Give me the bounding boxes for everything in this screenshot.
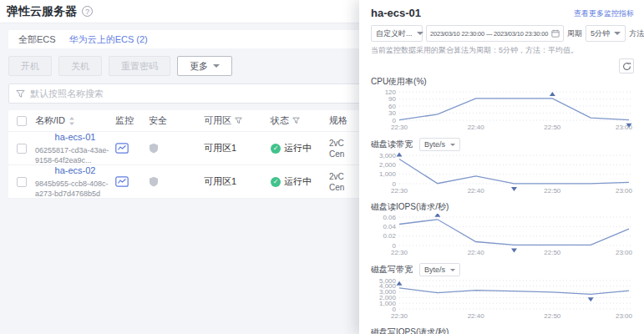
chart-unit-select[interactable]: Byte/s bbox=[419, 263, 460, 276]
col-security: 安全 bbox=[149, 114, 167, 127]
filter-icon bbox=[16, 89, 25, 99]
min-marker-icon bbox=[588, 297, 594, 301]
az-filter-icon[interactable] bbox=[235, 117, 242, 124]
row-checkbox[interactable] bbox=[17, 177, 27, 187]
monitoring-icon[interactable] bbox=[115, 176, 129, 187]
spec-line1: 2vC bbox=[329, 171, 344, 182]
chart-controls: 自定义时... 2023/03/10 22:30:00 — 2023/03/10… bbox=[371, 25, 634, 42]
help-icon[interactable]: ? bbox=[82, 6, 93, 17]
status-running-icon: ✓ bbox=[271, 177, 281, 187]
max-marker-icon bbox=[397, 281, 403, 286]
chart-block-0: CPU使用率(%)120906030022:3022:4022:5023:00 bbox=[371, 76, 634, 135]
server-name-link[interactable]: ha-ecs-02 bbox=[55, 164, 96, 176]
chart-plot: 120906030022:3022:4022:5023:00 bbox=[371, 89, 634, 132]
period-select[interactable]: 5分钟 bbox=[586, 25, 626, 42]
svg-text:22:50: 22:50 bbox=[544, 124, 561, 131]
drawer-title: ha-ecs-01 bbox=[371, 7, 421, 19]
period-value: 5分钟 bbox=[591, 28, 610, 39]
server-id: 06255817-cd3a-43ae-9158-64f2ea9c... bbox=[35, 146, 115, 165]
shield-icon[interactable] bbox=[149, 143, 159, 154]
time-mode-value: 自定义时... bbox=[376, 28, 413, 39]
svg-text:22:50: 22:50 bbox=[544, 187, 561, 195]
server-name-link[interactable]: ha-ecs-01 bbox=[55, 131, 96, 143]
status-text: 运行中 bbox=[284, 175, 312, 188]
chart-block-4: 磁盘写IOPS(请求/秒)0.80.60.40.2022:3022:4022:5… bbox=[371, 326, 634, 334]
tab-all-ecs[interactable]: 全部ECS bbox=[18, 33, 56, 46]
refresh-button[interactable] bbox=[619, 58, 634, 73]
svg-text:22:30: 22:30 bbox=[391, 187, 408, 195]
power-on-button[interactable]: 开机 bbox=[8, 56, 52, 76]
chart-title: CPU使用率(%) bbox=[371, 76, 427, 88]
chart-block-1: 磁盘读带宽Byte/s3,0002,0001,000022:3022:4022:… bbox=[371, 138, 634, 199]
col-name-id: 名称/ID bbox=[35, 114, 65, 127]
svg-text:22:30: 22:30 bbox=[391, 312, 408, 320]
max-marker-icon bbox=[397, 153, 403, 157]
max-marker-icon bbox=[434, 214, 440, 217]
server-id: 9845b955-ccb8-408c-a273-bd7d4768b5d bbox=[35, 180, 115, 199]
chevron-down-icon bbox=[417, 32, 423, 35]
status-text: 运行中 bbox=[284, 142, 312, 154]
more-metrics-link[interactable]: 查看更多监控指标 bbox=[574, 8, 634, 19]
sort-icon[interactable] bbox=[68, 117, 75, 125]
svg-text:1,000: 1,000 bbox=[379, 170, 397, 178]
chart-unit-select[interactable]: Byte/s bbox=[419, 138, 460, 151]
charts-area: CPU使用率(%)120906030022:3022:4022:5023:00磁… bbox=[371, 76, 634, 334]
spec-line1: 2vC bbox=[329, 138, 344, 149]
period-label: 周期 bbox=[567, 28, 582, 39]
chevron-down-icon bbox=[213, 64, 220, 68]
svg-text:22:30: 22:30 bbox=[391, 124, 408, 131]
svg-text:22:40: 22:40 bbox=[468, 187, 485, 195]
chart-block-3: 磁盘写带宽Byte/s5,0004,0003,0002,0001,000022:… bbox=[371, 263, 634, 324]
page-title: 弹性云服务器 bbox=[7, 4, 77, 19]
max-marker-icon bbox=[550, 92, 555, 96]
min-marker-icon bbox=[511, 248, 517, 252]
status-filter-icon[interactable] bbox=[292, 117, 300, 124]
calendar-icon bbox=[551, 29, 560, 38]
svg-text:23:00: 23:00 bbox=[616, 249, 633, 256]
time-range-value: 2023/03/10 22:30:00 — 2023/03/10 23:30:0… bbox=[430, 30, 548, 38]
reset-password-button[interactable]: 重置密码 bbox=[109, 56, 170, 76]
svg-text:23:00: 23:00 bbox=[616, 312, 633, 320]
chart-plot: 0.060.040.02022:3022:4022:5023:00 bbox=[371, 214, 634, 257]
svg-text:22:50: 22:50 bbox=[544, 249, 561, 256]
select-all-checkbox[interactable] bbox=[17, 116, 27, 126]
svg-text:3,000: 3,000 bbox=[379, 152, 397, 159]
screen: 弹性云服务器 ? 全部ECS 华为云上的ECS (2) 开机 关机 重置密码 更… bbox=[0, 0, 644, 334]
tab-huawei-ecs[interactable]: 华为云上的ECS (2) bbox=[69, 33, 148, 46]
chart-title: 磁盘写IOPS(请求/秒) bbox=[371, 326, 449, 334]
svg-text:22:40: 22:40 bbox=[468, 249, 485, 256]
time-mode-select[interactable]: 自定义时... bbox=[371, 25, 423, 42]
chart-plot: 5,0004,0003,0002,0001,000022:3022:4022:5… bbox=[371, 277, 634, 321]
time-range-picker[interactable]: 2023/03/10 22:30:00 — 2023/03/10 23:30:0… bbox=[426, 25, 564, 42]
shield-icon[interactable] bbox=[149, 176, 159, 187]
chart-title: 磁盘读带宽 bbox=[371, 139, 413, 150]
power-off-button[interactable]: 关机 bbox=[58, 56, 102, 76]
svg-text:22:30: 22:30 bbox=[391, 249, 408, 256]
svg-text:0.04: 0.04 bbox=[383, 223, 396, 230]
chart-block-2: 磁盘读IOPS(请求/秒)0.060.040.02022:3022:4022:5… bbox=[371, 201, 634, 261]
monitoring-drawer: ha-ecs-01 查看更多监控指标 自定义时... 2023/03/10 22… bbox=[359, 0, 644, 334]
more-button[interactable]: 更多 bbox=[177, 56, 232, 76]
col-spec: 规格 bbox=[329, 114, 347, 127]
svg-text:22:40: 22:40 bbox=[468, 124, 485, 131]
aggregation-note: 当前监控数据采用的聚合算法为周期：5分钟，方法：平均值。 bbox=[371, 45, 634, 56]
status-running-icon: ✓ bbox=[271, 144, 281, 154]
refresh-icon bbox=[622, 62, 631, 71]
svg-text:0.02: 0.02 bbox=[383, 232, 396, 240]
svg-text:22:50: 22:50 bbox=[544, 312, 561, 320]
svg-text:2,000: 2,000 bbox=[379, 161, 397, 169]
col-status: 状态 bbox=[271, 114, 289, 127]
chart-title: 磁盘写带宽 bbox=[371, 264, 413, 276]
svg-text:0.06: 0.06 bbox=[383, 214, 396, 221]
monitoring-icon[interactable] bbox=[115, 143, 129, 154]
col-az: 可用区 bbox=[204, 114, 231, 127]
chevron-down-icon bbox=[614, 32, 621, 35]
svg-text:22:40: 22:40 bbox=[468, 312, 485, 320]
chevron-down-icon bbox=[450, 144, 455, 146]
spec-line2: Cen bbox=[329, 182, 344, 193]
row-checkbox[interactable] bbox=[17, 144, 27, 154]
az-value: 可用区1 bbox=[204, 142, 236, 154]
spec-line2: Cen bbox=[329, 149, 344, 159]
col-monitor: 监控 bbox=[115, 114, 134, 127]
chart-plot: 3,0002,0001,000022:3022:4022:5023:00 bbox=[371, 152, 634, 195]
